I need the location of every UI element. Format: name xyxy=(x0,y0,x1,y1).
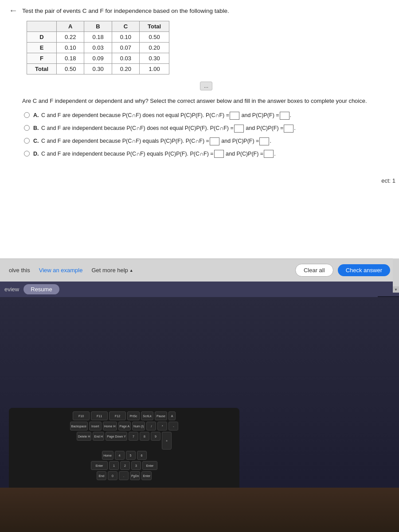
key-enter2[interactable]: Enter xyxy=(142,461,157,470)
key-4[interactable]: 4 xyxy=(115,451,125,460)
desk-surface xyxy=(0,488,399,532)
input-box-d2[interactable] xyxy=(264,150,274,158)
key-minus[interactable]: - xyxy=(168,422,178,430)
keyboard-fn-row: F10 F11 F12 PrtSc ScrlLk Pause A xyxy=(12,411,236,420)
key-f10[interactable]: F10 xyxy=(73,411,90,420)
table-header-empty xyxy=(27,21,57,31)
key-0[interactable]: 0 xyxy=(108,471,117,480)
option-d: D. C and F are independent because P(C∩F… xyxy=(24,150,390,158)
key-5[interactable]: 5 xyxy=(126,451,136,460)
radio-option-b[interactable] xyxy=(24,125,30,131)
option-d-label: D. C and F are independent because P(C∩F… xyxy=(33,150,276,158)
table-header-total: Total xyxy=(140,21,169,31)
tabs-bar: eview Resume xyxy=(0,282,399,297)
key-enter[interactable]: Enter xyxy=(91,461,108,470)
key-6[interactable]: 6 xyxy=(137,451,147,460)
option-b-label: B. C and F are independent because P(C∩F… xyxy=(33,124,296,133)
keyboard-row5: Enter 1 2 3 Enter xyxy=(12,461,236,470)
bottom-right-actions: Clear all Check answer xyxy=(295,264,390,277)
key-scrlk[interactable]: ScrlLk xyxy=(141,411,153,420)
resume-tab[interactable]: Resume xyxy=(23,284,59,294)
table-row: D 0.22 0.18 0.10 0.50 xyxy=(27,31,169,42)
key-home2[interactable]: Home xyxy=(102,451,113,460)
bottom-bar: olve this View an example Get more help … xyxy=(0,258,399,282)
keyboard-row2: Backspace Insert Home H Page A Num (I) /… xyxy=(12,422,236,430)
clear-all-button[interactable]: Clear all xyxy=(295,264,333,277)
cell-e-a: 0.10 xyxy=(57,42,84,53)
row-label-d: D xyxy=(27,31,57,42)
probability-table: A B C Total D 0.22 0.18 0.10 0.50 xyxy=(27,21,169,74)
solve-this-text: olve this xyxy=(9,267,30,274)
keyboard-row4: Home 4 5 6 xyxy=(12,451,236,460)
key-insert[interactable]: Insert xyxy=(89,422,102,430)
radio-option-d[interactable] xyxy=(24,151,30,156)
key-div[interactable]: / xyxy=(146,422,156,430)
key-2[interactable]: 2 xyxy=(120,461,130,470)
row-label-e: E xyxy=(27,42,57,53)
view-example-link[interactable]: View an example xyxy=(39,267,83,274)
cell-f-b: 0.09 xyxy=(84,53,112,63)
key-8[interactable]: 8 xyxy=(140,432,149,441)
key-f11[interactable]: F11 xyxy=(91,411,108,420)
scroll-down-button[interactable]: ▼ xyxy=(393,286,399,293)
question-title: Test the pair of events C and F for inde… xyxy=(22,7,390,16)
table-header-a: A xyxy=(57,21,84,31)
key-9[interactable]: 9 xyxy=(151,432,160,441)
radio-option-a[interactable] xyxy=(24,112,30,118)
key-numlock[interactable]: Num (I) xyxy=(132,422,145,430)
row-label-total: Total xyxy=(27,63,57,74)
key-end2[interactable]: End xyxy=(97,471,106,480)
key-a-indicator: A xyxy=(168,411,176,420)
key-dot[interactable]: . xyxy=(119,471,129,480)
key-prtsc[interactable]: PrtSc xyxy=(127,411,140,420)
key-pgup-a[interactable]: Page A xyxy=(118,422,131,430)
key-pgdn2[interactable]: PgDn xyxy=(130,471,141,480)
input-box-c1[interactable] xyxy=(210,137,219,145)
input-box-a1[interactable] xyxy=(230,112,239,120)
table-row: Total 0.50 0.30 0.20 1.00 xyxy=(27,63,169,74)
key-delete[interactable]: Delete H xyxy=(77,432,91,441)
key-f12[interactable]: F12 xyxy=(109,411,126,420)
cell-e-b: 0.03 xyxy=(84,42,112,53)
key-1[interactable]: 1 xyxy=(109,461,119,470)
keyboard-row6: End 0 . PgDn Enter xyxy=(12,471,236,480)
cell-f-c: 0.03 xyxy=(112,53,139,63)
key-backspace[interactable]: Backspace xyxy=(70,422,88,430)
ect-label: ect: 1 xyxy=(381,177,395,184)
option-a-label: A. C and F are dependent because P(C∩F) … xyxy=(33,111,291,120)
input-box-c2[interactable] xyxy=(259,137,269,145)
cell-d-a: 0.22 xyxy=(57,31,84,42)
key-mult[interactable]: * xyxy=(157,422,167,430)
key-end[interactable]: End H xyxy=(93,432,104,441)
cell-total-total: 1.00 xyxy=(140,63,169,74)
input-box-a2[interactable] xyxy=(280,112,289,120)
key-3[interactable]: 3 xyxy=(131,461,141,470)
input-box-d1[interactable] xyxy=(214,150,224,158)
desk-area: DELL Ecleaniframer Maridio 71 inchala La… xyxy=(0,297,399,532)
key-home[interactable]: Home H xyxy=(103,422,117,430)
cell-d-total: 0.50 xyxy=(140,31,169,42)
key-plus[interactable]: + xyxy=(162,432,172,450)
key-pgdn[interactable]: Page Down Y xyxy=(106,432,127,441)
check-answer-button[interactable]: Check answer xyxy=(338,264,390,276)
input-box-b1[interactable] xyxy=(234,125,244,133)
cell-d-c: 0.10 xyxy=(112,31,139,42)
key-pause[interactable]: Pause xyxy=(155,411,167,420)
option-c-label: C. C and F are dependent because P(C∩F) … xyxy=(33,137,271,145)
row-label-f: F xyxy=(27,53,57,63)
table-row: E 0.10 0.03 0.07 0.20 xyxy=(27,42,169,53)
cell-f-a: 0.18 xyxy=(57,53,84,63)
input-box-b2[interactable] xyxy=(284,125,293,133)
screen-content: ← Test the pair of events C and F for in… xyxy=(0,0,399,258)
key-7[interactable]: 7 xyxy=(129,432,138,441)
get-more-help-button[interactable]: Get more help xyxy=(91,267,133,274)
back-arrow-icon[interactable]: ← xyxy=(9,5,18,16)
more-options-button[interactable]: ... xyxy=(200,82,212,90)
table-header-c: C xyxy=(112,21,139,31)
question-area: ← Test the pair of events C and F for in… xyxy=(0,0,399,258)
options-list: A. C and F are dependent because P(C∩F) … xyxy=(24,111,390,158)
radio-option-c[interactable] xyxy=(24,138,30,144)
key-enter3[interactable]: Enter xyxy=(141,471,152,480)
monitor-screen: ▲ ▼ ← Test the pair of events C and F fo… xyxy=(0,0,399,297)
review-text: eview xyxy=(4,286,19,293)
